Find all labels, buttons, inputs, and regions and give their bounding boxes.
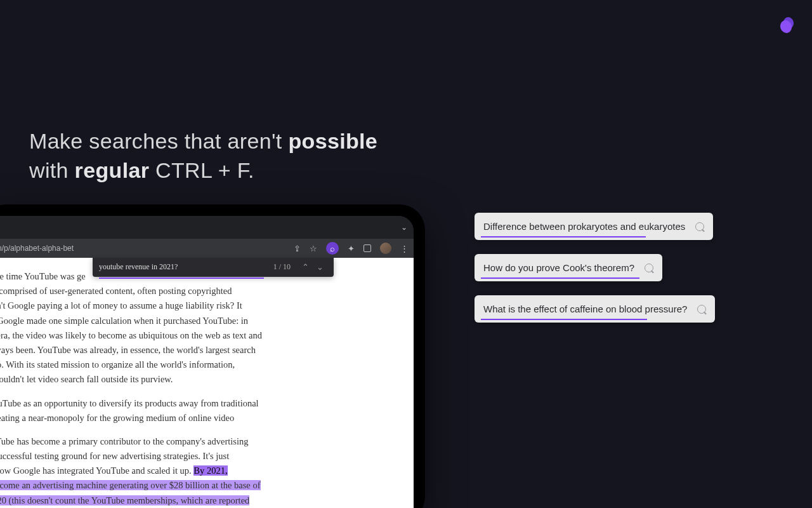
search-icon [697,305,706,314]
find-next-icon[interactable]: ⌄ [317,261,324,274]
app-logo-icon [776,15,797,36]
url-bar[interactable]: com/p/alphabet-alpha-bet ⇪ ☆ ⌕ ✦ ⋮ [0,239,414,258]
highlighted-text: n 2020 (this doesn't count the YouTube m… [0,495,249,505]
window-icon[interactable] [363,244,371,252]
avatar-icon[interactable] [380,243,391,254]
highlighted-text: as become an advertising machine generat… [0,480,261,490]
tab-dropdown-icon[interactable]: ⌄ [401,223,407,232]
puzzle-icon[interactable]: ✦ [348,244,355,253]
search-icon [695,222,704,231]
find-prev-icon[interactable]: ⌃ [302,261,309,274]
headline: Make searches that aren't possible with … [29,127,377,185]
example-queries: Difference between prokaryotes and eukar… [475,213,715,323]
example-pill[interactable]: What is the effect of caffeine on blood … [475,295,715,323]
example-pill[interactable]: Difference between prokaryotes and eukar… [475,213,713,240]
url-text: com/p/alphabet-alpha-bet [0,244,74,253]
example-pill[interactable]: How do you prove Cook's theorem? [475,254,662,281]
search-icon [645,264,653,272]
browser-tab-bar: + ⌄ [0,216,414,239]
share-icon[interactable]: ⇪ [294,244,301,253]
find-count: 1 / 10 [273,261,291,273]
new-tab-button[interactable]: + [0,220,3,234]
find-bar[interactable]: youtube revenue in 2021? 1 / 10 ⌃ ⌄ [93,258,334,277]
menu-icon[interactable]: ⋮ [400,244,409,253]
highlighted-text: By 2021, [193,465,227,476]
device-mockup: + ⌄ com/p/alphabet-alpha-bet ⇪ ☆ ⌕ ✦ ⋮ y… [0,204,425,508]
find-query[interactable]: youtube revenue in 2021? [99,261,273,273]
article-content: youtube revenue in 2021? 1 / 10 ⌃ ⌄ At t… [0,258,414,508]
star-icon[interactable]: ☆ [310,244,317,253]
extension-icon[interactable]: ⌕ [326,242,339,255]
